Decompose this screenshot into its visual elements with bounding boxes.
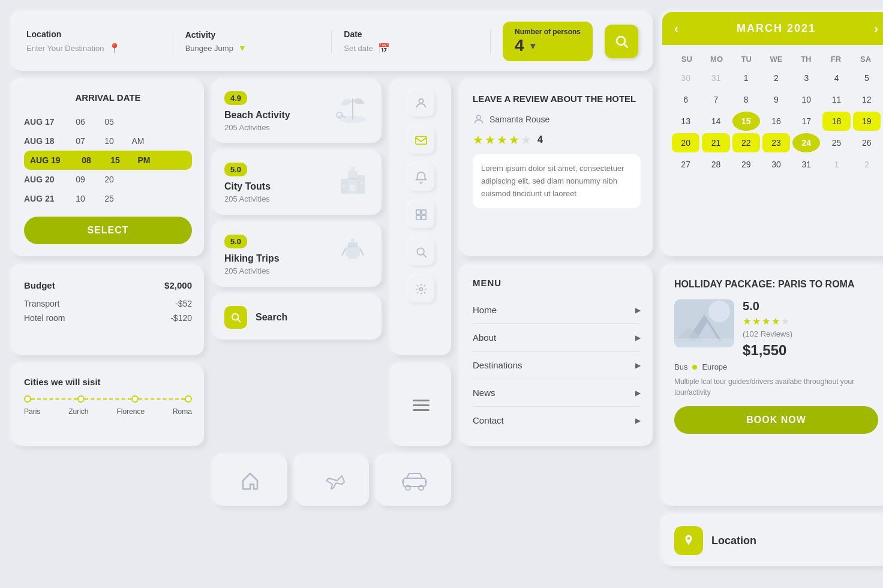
- home-icon-card[interactable]: [214, 455, 287, 506]
- cal-day[interactable]: 4: [822, 68, 850, 88]
- cal-day[interactable]: 30: [762, 155, 790, 174]
- calendar-next-button[interactable]: ›: [874, 22, 878, 35]
- holiday-info: 5.0 ★ ★ ★ ★ ★ (102 Reviews) $1,550: [743, 299, 878, 362]
- panel-search-icon[interactable]: [408, 239, 434, 265]
- cal-day[interactable]: 29: [732, 155, 760, 174]
- location-input[interactable]: Enter Your Destination: [26, 44, 104, 53]
- activity-hiking[interactable]: 5.0 Hiking Trips 205 Activities: [214, 223, 382, 287]
- activity-value: Bungee Jump: [185, 44, 233, 53]
- cal-day[interactable]: 1: [822, 155, 850, 174]
- menu-item-news[interactable]: News ▶: [473, 379, 641, 407]
- activity-beach[interactable]: 4.9 Beach Activity 205 Activities: [214, 80, 382, 143]
- cal-day[interactable]: 18: [822, 112, 850, 131]
- cal-day[interactable]: 13: [672, 112, 699, 131]
- calendar-title: MARCH 2021: [737, 22, 816, 35]
- date-label: Date: [344, 29, 478, 39]
- cal-day[interactable]: 8: [732, 90, 760, 109]
- plane-icon: [319, 467, 346, 494]
- svg-line-1: [624, 44, 627, 48]
- panel-bell-icon[interactable]: [408, 164, 434, 191]
- calendar-prev-button[interactable]: ‹: [674, 22, 678, 35]
- cal-day[interactable]: 22: [732, 133, 760, 152]
- cal-day[interactable]: 14: [702, 112, 729, 131]
- menu-item-contact[interactable]: Contact ▶: [473, 407, 641, 434]
- book-now-button[interactable]: BOOK NOW: [674, 406, 878, 434]
- cal-day[interactable]: 6: [672, 90, 699, 109]
- arrival-row-4[interactable]: AUG 21 10 25: [24, 189, 192, 208]
- cal-day[interactable]: 28: [702, 155, 729, 174]
- calendar-header: ‹ MARCH 2021 ›: [662, 12, 883, 45]
- cal-day[interactable]: 2: [853, 155, 881, 174]
- cal-day[interactable]: 23: [762, 133, 790, 152]
- location-field[interactable]: Location Enter Your Destination 📍: [26, 29, 173, 54]
- car-icon: [401, 470, 428, 491]
- location-card[interactable]: Location: [662, 515, 883, 566]
- panel-gear-icon[interactable]: [408, 276, 434, 302]
- svg-rect-22: [416, 137, 427, 145]
- arrival-row-1[interactable]: AUG 18 07 10 AM: [24, 131, 192, 151]
- cal-day[interactable]: 31: [702, 68, 729, 88]
- panel-mail-icon[interactable]: [408, 127, 434, 154]
- menu-arrow-news: ▶: [635, 389, 641, 397]
- city-roma: Roma: [173, 407, 192, 416]
- menu-item-about[interactable]: About ▶: [473, 324, 641, 352]
- cal-day[interactable]: 5: [853, 68, 881, 88]
- menu-arrow-about: ▶: [635, 334, 641, 342]
- date-field[interactable]: Date Set date 📅: [344, 29, 491, 54]
- menu-item-home[interactable]: Home ▶: [473, 296, 641, 324]
- panel-user-icon[interactable]: [408, 90, 434, 116]
- cal-day[interactable]: 3: [792, 68, 820, 88]
- cal-day[interactable]: 10: [792, 90, 820, 109]
- cal-day[interactable]: 17: [792, 112, 820, 131]
- review-text[interactable]: Lorem ipsum dolor sit amet, consectetuer…: [473, 154, 641, 208]
- plane-icon-card[interactable]: [296, 455, 370, 506]
- arrival-row-0[interactable]: AUG 17 06 05: [24, 112, 192, 131]
- activity-city[interactable]: 5.0 City Touts 205 Activities: [214, 151, 382, 215]
- arrival-date-card: ARRIVAL DATE AUG 17 06 05 AUG 18 07 10 A…: [12, 80, 204, 256]
- cal-day[interactable]: 1: [732, 68, 760, 88]
- holiday-card: HOLLIDAY PACKAGE: PARIS TO ROMA 5.0 ★ ★ …: [662, 266, 883, 506]
- activity-field[interactable]: Activity Bungee Jump ▼: [185, 30, 332, 53]
- arrival-row-2[interactable]: AUG 19 08 15 PM: [24, 151, 192, 170]
- cal-day[interactable]: 21: [702, 133, 729, 152]
- cal-day[interactable]: 9: [762, 90, 790, 109]
- persons-chevron-icon[interactable]: ▾: [530, 40, 535, 52]
- cal-day[interactable]: 31: [792, 155, 820, 174]
- svg-point-32: [708, 301, 730, 322]
- cal-day[interactable]: 27: [672, 155, 699, 174]
- search-box[interactable]: Search: [214, 295, 382, 340]
- home-icon: [238, 469, 262, 493]
- cal-day[interactable]: 7: [702, 90, 729, 109]
- city-dot-roma: [185, 395, 192, 403]
- city-florence: Florence: [116, 407, 145, 416]
- budget-item-transport: Transport -$52: [24, 296, 192, 311]
- cal-day[interactable]: 19: [853, 112, 881, 131]
- cal-day[interactable]: 30: [672, 68, 699, 88]
- hamburger-card[interactable]: [391, 365, 451, 446]
- search-icon-inner: [230, 312, 241, 323]
- arrival-row-3[interactable]: AUG 20 09 20: [24, 170, 192, 189]
- cal-day[interactable]: 20: [672, 133, 699, 152]
- hamburger-icon[interactable]: [413, 400, 430, 411]
- search-button[interactable]: [605, 25, 638, 58]
- car-icon-card[interactable]: [377, 455, 451, 506]
- search-bar: Location Enter Your Destination 📍 Activi…: [12, 12, 653, 71]
- cal-day[interactable]: 16: [762, 112, 790, 131]
- cal-day[interactable]: 2: [762, 68, 790, 88]
- bottom-icons-row: [214, 455, 451, 506]
- svg-rect-10: [350, 185, 355, 191]
- city-line-3: [139, 398, 185, 400]
- cal-day-today[interactable]: 15: [732, 112, 760, 131]
- cal-day[interactable]: 11: [822, 90, 850, 109]
- cities-track: [24, 395, 192, 403]
- holiday-image: [674, 299, 734, 347]
- cal-day[interactable]: 26: [853, 133, 881, 152]
- svg-line-20: [238, 319, 240, 322]
- panel-grid-icon[interactable]: [408, 202, 434, 228]
- svg-point-4: [337, 112, 343, 118]
- cal-day[interactable]: 25: [822, 133, 850, 152]
- cal-day[interactable]: 12: [853, 90, 881, 109]
- select-button[interactable]: SELECT: [24, 217, 192, 244]
- cal-day-highlighted[interactable]: 24: [792, 133, 820, 152]
- menu-item-destinations[interactable]: Destinations ▶: [473, 352, 641, 379]
